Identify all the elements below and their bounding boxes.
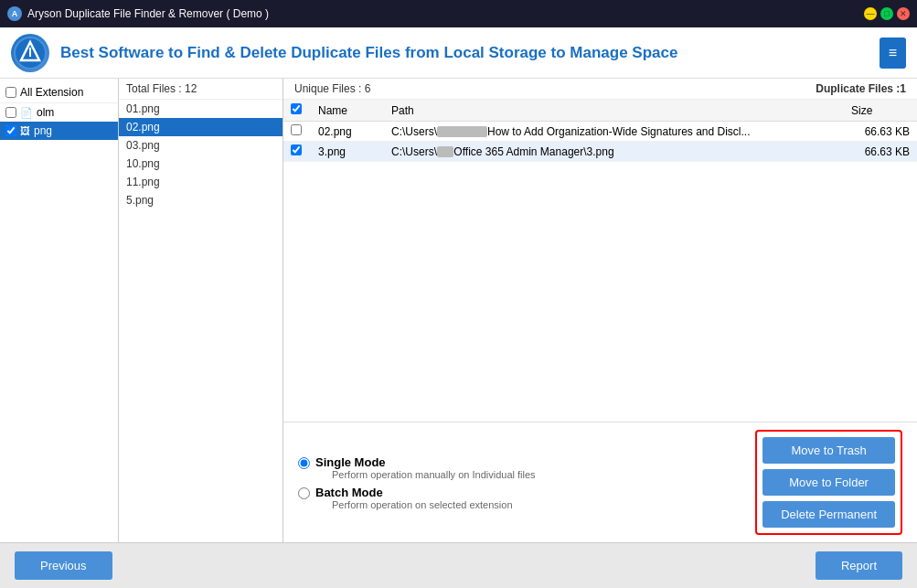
close-button[interactable]: ✕	[897, 7, 910, 20]
select-all-checkbox[interactable]	[291, 103, 302, 114]
row-2-checkbox[interactable]	[291, 144, 302, 155]
maximize-button[interactable]: □	[880, 7, 893, 20]
move-to-trash-button[interactable]: Move to Trash	[762, 437, 895, 464]
col-header-name: Name	[311, 100, 384, 122]
all-extension-checkbox[interactable]	[5, 87, 16, 98]
file-icon-png: 🖼	[20, 125, 30, 136]
titlebar-controls: — □ ✕	[864, 7, 910, 20]
app-icon: A	[7, 6, 22, 21]
batch-mode-radio[interactable]	[298, 487, 310, 499]
total-files-header: Total Files : 12	[119, 79, 283, 100]
previous-button[interactable]: Previous	[15, 551, 112, 580]
header-banner: Best Software to Find & Delete Duplicate…	[0, 27, 917, 79]
row-checkbox-cell	[283, 142, 311, 162]
ext-png-label: png	[34, 124, 52, 137]
row-1-size: 66.63 KB	[844, 122, 917, 142]
bottom-action-panel: Single Mode Perform operation manually o…	[283, 422, 917, 542]
file-item-10png[interactable]: 10.png	[119, 155, 283, 173]
all-extension-label: All Extension	[20, 86, 83, 99]
row-1-checkbox[interactable]	[291, 124, 302, 135]
file-item-02png[interactable]: 02.png	[119, 118, 283, 136]
batch-mode-option: Batch Mode Perform operation on selected…	[298, 486, 536, 510]
table-header-row: Name Path Size	[283, 100, 917, 122]
file-item-03png[interactable]: 03.png	[119, 136, 283, 155]
action-buttons-group: Move to Trash Move to Folder Delete Perm…	[755, 430, 902, 535]
row-2-name: 3.png	[311, 142, 384, 162]
titlebar: A Aryson Duplicate File Finder & Remover…	[0, 0, 917, 27]
batch-mode-label: Batch Mode	[315, 486, 513, 499]
report-button[interactable]: Report	[816, 551, 902, 580]
col-header-size: Size	[844, 100, 917, 122]
minimize-button[interactable]: —	[864, 7, 877, 20]
right-panel: Unique Files : 6 Duplicate Files :1 Name…	[283, 79, 917, 542]
menu-button[interactable]: ≡	[880, 37, 906, 69]
col-header-path: Path	[384, 100, 844, 122]
titlebar-left: A Aryson Duplicate File Finder & Remover…	[7, 6, 269, 21]
app-logo	[11, 34, 49, 72]
path-blur-1	[437, 126, 487, 137]
move-to-folder-button[interactable]: Move to Folder	[762, 469, 895, 496]
col-header-checkbox	[283, 100, 311, 122]
path-blur-2	[437, 146, 453, 157]
main-content: All Extension 📄 olm 🖼 png Total Files : …	[0, 79, 917, 542]
file-icon-olm: 📄	[20, 107, 33, 119]
table-row: 3.png C:\Users\ Office 365 Admin Manager…	[283, 142, 917, 162]
all-extension-header: All Extension	[0, 82, 118, 103]
row-1-path: C:\Users\ How to Add Organization-Wide S…	[384, 122, 844, 142]
footer: Previous Report	[0, 542, 917, 588]
single-mode-option: Single Mode Perform operation manually o…	[298, 455, 536, 480]
file-item-11png[interactable]: 11.png	[119, 173, 283, 191]
ext-olm-checkbox[interactable]	[5, 107, 16, 118]
file-item-5png[interactable]: 5.png	[119, 191, 283, 209]
single-mode-label: Single Mode	[315, 455, 536, 469]
table-container: Name Path Size 02.png C:\Users\ How to	[283, 100, 917, 422]
ext-png-checkbox[interactable]	[5, 125, 16, 136]
ext-item-png[interactable]: 🖼 png	[0, 122, 118, 140]
single-mode-radio[interactable]	[298, 457, 310, 469]
row-2-path: C:\Users\ Office 365 Admin Manager\3.png	[384, 142, 844, 162]
batch-mode-desc: Perform operation on selected extension	[332, 499, 513, 510]
header-title: Best Software to Find & Delete Duplicate…	[60, 44, 869, 62]
ext-olm-label: olm	[37, 106, 54, 119]
unique-files-label: Unique Files : 6	[294, 82, 370, 95]
duplicate-files-label: Duplicate Files :1	[816, 82, 906, 95]
row-2-size: 66.63 KB	[844, 142, 917, 162]
row-checkbox-cell	[283, 122, 311, 142]
middle-panel: Total Files : 12 01.png 02.png 03.png 10…	[119, 79, 283, 542]
file-table: Name Path Size 02.png C:\Users\ How to	[283, 100, 917, 162]
right-top-bar: Unique Files : 6 Duplicate Files :1	[283, 79, 917, 100]
mode-section: Single Mode Perform operation manually o…	[298, 455, 536, 510]
ext-item-olm[interactable]: 📄 olm	[0, 103, 118, 122]
file-item-01png[interactable]: 01.png	[119, 100, 283, 118]
titlebar-title: Aryson Duplicate File Finder & Remover (…	[27, 7, 269, 20]
left-panel: All Extension 📄 olm 🖼 png	[0, 79, 119, 542]
table-row: 02.png C:\Users\ How to Add Organization…	[283, 122, 917, 142]
delete-permanent-button[interactable]: Delete Permanent	[762, 501, 895, 528]
single-mode-desc: Perform operation manually on Individual…	[332, 469, 536, 480]
row-1-name: 02.png	[311, 122, 384, 142]
